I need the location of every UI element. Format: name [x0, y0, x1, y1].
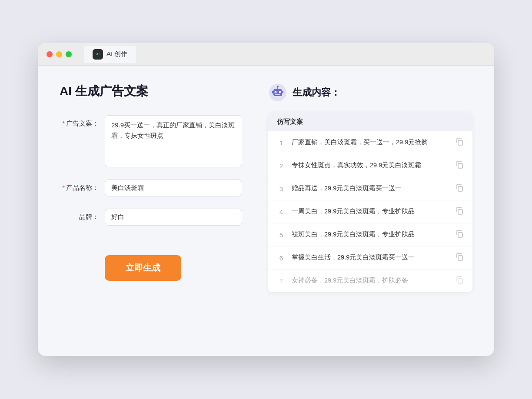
brand-label: 品牌： — [60, 209, 99, 221]
svg-rect-16 — [458, 256, 462, 260]
result-row: 3赠品再送，29.9元美白淡斑霜买一送一 — [268, 177, 472, 200]
results-header: 仿写文案 — [268, 113, 472, 131]
page-title: AI 生成广告文案 — [60, 83, 242, 100]
svg-rect-15 — [458, 233, 462, 237]
result-row: 6掌握美白生活，29.9元美白淡斑霜买一送一 — [268, 246, 472, 269]
results-table: 仿写文案 1厂家直销，美白淡斑霜，买一送一，29.9元抢购 2专抹女性斑点，真实… — [268, 113, 472, 292]
result-row: 1厂家直销，美白淡斑霜，买一送一，29.9元抢购 — [268, 131, 472, 154]
result-number: 5 — [277, 231, 286, 239]
right-panel: 生成内容： 仿写文案 1厂家直销，美白淡斑霜，买一送一，29.9元抢购 2专抹女… — [268, 83, 472, 335]
result-number: 1 — [277, 139, 286, 146]
svg-rect-14 — [458, 209, 462, 214]
traffic-lights — [47, 51, 72, 57]
svg-rect-12 — [458, 163, 462, 168]
robot-icon — [268, 83, 287, 102]
result-text: 女神必备，29.9元美白淡斑霜，护肤必备 — [292, 276, 449, 286]
ad-copy-label: 广告文案： — [60, 115, 99, 128]
ai-tab-icon — [93, 49, 103, 60]
tab-label: AI 创作 — [106, 50, 127, 58]
svg-rect-13 — [458, 186, 462, 191]
copy-icon[interactable] — [455, 276, 464, 286]
svg-rect-10 — [282, 91, 283, 93]
close-button[interactable] — [47, 51, 53, 57]
product-name-input[interactable] — [105, 180, 242, 196]
result-text: 掌握美白生活，29.9元美白淡斑霜买一送一 — [292, 253, 449, 263]
result-text: 祛斑美白，29.9元美白淡斑霜，专业护肤品 — [292, 230, 449, 239]
result-text: 专抹女性斑点，真实功效，29.9元美白淡斑霜 — [292, 161, 449, 170]
result-row: 5祛斑美白，29.9元美白淡斑霜，专业护肤品 — [268, 223, 472, 246]
copy-icon[interactable] — [455, 137, 464, 148]
brand-input[interactable] — [105, 209, 242, 226]
svg-rect-11 — [458, 140, 462, 145]
svg-rect-17 — [458, 279, 462, 283]
product-name-group: 产品名称： — [60, 180, 242, 196]
svg-point-4 — [276, 92, 276, 93]
browser-window: AI 创作 AI 生成广告文案 广告文案： 产品名称： 品牌： 立即生成 — [38, 43, 494, 356]
result-number: 3 — [277, 185, 286, 193]
minimize-button[interactable] — [56, 51, 62, 57]
ad-copy-group: 广告文案： — [60, 115, 242, 167]
copy-icon[interactable] — [455, 206, 464, 217]
svg-point-8 — [277, 86, 279, 87]
title-bar: AI 创作 — [38, 43, 494, 66]
copy-icon[interactable] — [455, 183, 464, 194]
result-number: 7 — [277, 277, 286, 285]
result-number: 4 — [277, 208, 286, 216]
result-row: 7女神必备，29.9元美白淡斑霜，护肤必备 — [268, 269, 472, 292]
ad-copy-input[interactable] — [105, 115, 242, 167]
ai-tab[interactable]: AI 创作 — [84, 46, 136, 63]
result-number: 6 — [277, 254, 286, 262]
svg-point-5 — [280, 92, 281, 93]
result-text: 赠品再送，29.9元美白淡斑霜买一送一 — [292, 184, 449, 193]
result-row: 2专抹女性斑点，真实功效，29.9元美白淡斑霜 — [268, 154, 472, 177]
result-text: 厂家直销，美白淡斑霜，买一送一，29.9元抢购 — [292, 138, 449, 147]
result-row: 4一周美白，29.9元美白淡斑霜，专业护肤品 — [268, 200, 472, 223]
product-name-label: 产品名称： — [60, 180, 99, 192]
result-number: 2 — [277, 162, 286, 170]
results-list: 1厂家直销，美白淡斑霜，买一送一，29.9元抢购 2专抹女性斑点，真实功效，29… — [268, 131, 472, 292]
svg-rect-6 — [275, 94, 280, 95]
maximize-button[interactable] — [66, 51, 72, 57]
copy-icon[interactable] — [455, 253, 464, 263]
result-text: 一周美白，29.9元美白淡斑霜，专业护肤品 — [292, 207, 449, 216]
right-title: 生成内容： — [293, 86, 340, 99]
content-area: AI 生成广告文案 广告文案： 产品名称： 品牌： 立即生成 — [38, 66, 494, 352]
copy-icon[interactable] — [455, 229, 464, 240]
generate-button[interactable]: 立即生成 — [105, 255, 181, 281]
right-header: 生成内容： — [268, 83, 472, 102]
left-panel: AI 生成广告文案 广告文案： 产品名称： 品牌： 立即生成 — [60, 83, 242, 335]
copy-icon[interactable] — [455, 160, 464, 171]
svg-rect-9 — [272, 91, 273, 93]
brand-group: 品牌： — [60, 209, 242, 226]
